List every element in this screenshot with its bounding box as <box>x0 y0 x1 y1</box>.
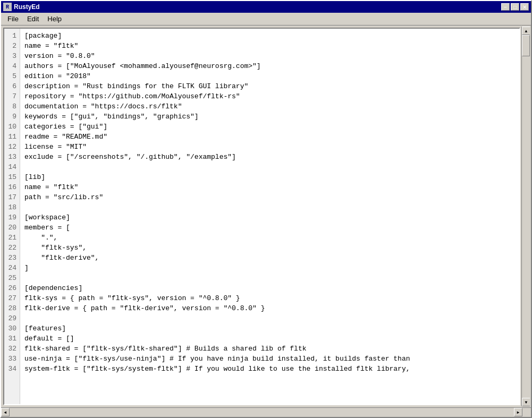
code-line: [package] <box>24 31 515 41</box>
line-number: 34 <box>7 364 16 374</box>
scroll-up-button[interactable]: ▲ <box>522 27 530 35</box>
line-number: 12 <box>7 142 16 152</box>
code-line: ".", <box>24 233 515 243</box>
code-line: use-ninja = ["fltk-sys/use-ninja"] # If … <box>24 354 515 364</box>
minimize-button[interactable]: − <box>501 3 510 11</box>
line-number: 3 <box>7 51 16 61</box>
line-number: 7 <box>7 91 16 101</box>
vertical-scrollbar: ▲ ▼ <box>521 27 530 406</box>
code-line: default = [] <box>24 334 515 344</box>
title-bar-left: R RustyEd <box>3 3 40 11</box>
code-line: [lib] <box>24 172 515 182</box>
menu-help[interactable]: Help <box>43 14 66 24</box>
code-area[interactable]: [package]name = "fltk"version = "0.8.0"a… <box>20 29 519 404</box>
code-line: system-fltk = ["fltk-sys/system-fltk"] #… <box>24 364 515 374</box>
maximize-button[interactable]: □ <box>511 3 519 11</box>
line-number: 22 <box>7 243 16 253</box>
line-number: 19 <box>7 212 16 223</box>
code-line: version = "0.8.0" <box>24 51 515 61</box>
code-line: ] <box>24 263 515 273</box>
line-number: 23 <box>7 253 16 263</box>
line-number: 26 <box>7 283 16 293</box>
code-line: repository = "https://github.com/MoAlyou… <box>24 91 515 101</box>
title-bar: R RustyEd − □ ✕ <box>1 1 531 13</box>
code-line: exclude = ["/screenshots", "/.github", "… <box>24 152 515 162</box>
code-line: path = "src/lib.rs" <box>24 192 515 202</box>
scroll-down-button[interactable]: ▼ <box>522 398 530 406</box>
line-number: 30 <box>7 323 16 334</box>
bottom-bar: ◄ ► <box>1 407 531 417</box>
menu-bar: File Edit Help <box>1 13 531 25</box>
line-number: 25 <box>7 273 16 283</box>
scroll-track-v[interactable] <box>522 35 530 398</box>
code-line: name = "fltk" <box>24 182 515 192</box>
close-button[interactable]: ✕ <box>520 3 529 11</box>
line-number: 15 <box>7 172 16 182</box>
code-line: fltk-shared = ["fltk-sys/fltk-shared"] #… <box>24 344 515 354</box>
scroll-thumb-v[interactable] <box>522 35 530 56</box>
line-number: 14 <box>7 162 16 172</box>
scroll-corner <box>522 408 531 416</box>
code-line: fltk-sys = { path = "fltk-sys", version … <box>24 293 515 303</box>
code-line: authors = ["MoAlyousef <mohammed.alyouse… <box>24 61 515 71</box>
code-line: name = "fltk" <box>24 41 515 51</box>
line-numbers: 1234567891011121314151617181920212223242… <box>4 29 20 404</box>
menu-file[interactable]: File <box>3 14 23 24</box>
code-line: [features] <box>24 323 515 334</box>
line-number: 5 <box>7 71 16 81</box>
line-number: 29 <box>7 313 16 323</box>
code-line: description = "Rust bindings for the FLT… <box>24 81 515 91</box>
line-number: 24 <box>7 263 16 273</box>
scroll-right-button[interactable]: ► <box>514 408 522 416</box>
code-line <box>24 202 515 212</box>
code-line: [dependencies] <box>24 283 515 293</box>
line-number: 16 <box>7 182 16 192</box>
line-number: 33 <box>7 354 16 364</box>
code-line: members = [ <box>24 223 515 233</box>
code-line: "fltk-derive", <box>24 253 515 263</box>
title-buttons: − □ ✕ <box>501 3 529 11</box>
code-line: [workspace] <box>24 212 515 223</box>
app-icon: R <box>3 3 12 11</box>
line-number: 4 <box>7 61 16 71</box>
window-title: RustyEd <box>14 3 40 11</box>
line-number: 31 <box>7 334 16 344</box>
line-number: 28 <box>7 303 16 313</box>
main-window: R RustyEd − □ ✕ File Edit Help 123456789… <box>0 0 532 418</box>
code-line: categories = ["gui"] <box>24 122 515 132</box>
line-number: 6 <box>7 81 16 91</box>
line-number: 32 <box>7 344 16 354</box>
code-line: readme = "README.md" <box>24 132 515 142</box>
line-number: 9 <box>7 112 16 122</box>
code-line: fltk-derive = { path = "fltk-derive", ve… <box>24 303 515 313</box>
line-number: 2 <box>7 41 16 51</box>
code-line: "fltk-sys", <box>24 243 515 253</box>
line-number: 21 <box>7 233 16 243</box>
line-number: 10 <box>7 122 16 132</box>
code-line <box>24 162 515 172</box>
line-number: 18 <box>7 202 16 212</box>
code-line: documentation = "https://docs.rs/fltk" <box>24 101 515 112</box>
code-line <box>24 313 515 323</box>
line-number: 27 <box>7 293 16 303</box>
code-line: license = "MIT" <box>24 142 515 152</box>
line-number: 13 <box>7 152 16 162</box>
code-line: keywords = ["gui", "bindings", "graphics… <box>24 112 515 122</box>
line-number: 1 <box>7 31 16 41</box>
editor-container: 1234567891011121314151617181920212223242… <box>3 28 520 405</box>
scroll-track-h[interactable] <box>10 408 514 417</box>
line-number: 20 <box>7 223 16 233</box>
line-number: 11 <box>7 132 16 142</box>
line-number: 17 <box>7 192 16 202</box>
code-line <box>24 273 515 283</box>
line-number: 8 <box>7 101 16 112</box>
code-line: edition = "2018" <box>24 71 515 81</box>
scroll-left-button[interactable]: ◄ <box>1 408 10 416</box>
menu-edit[interactable]: Edit <box>23 14 43 24</box>
